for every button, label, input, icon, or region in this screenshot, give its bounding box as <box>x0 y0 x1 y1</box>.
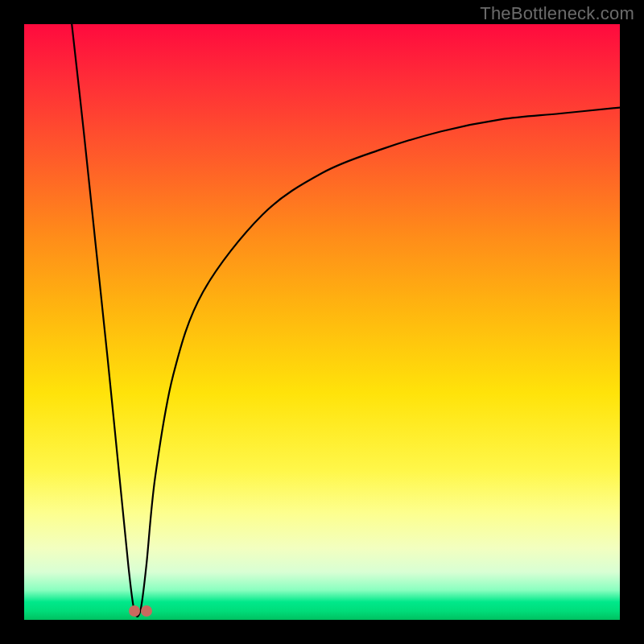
watermark-text: TheBottleneck.com <box>480 3 634 24</box>
trough-marker-left <box>129 605 140 617</box>
bottleneck-curve <box>24 24 620 620</box>
plot-area <box>24 24 620 620</box>
chart-frame: TheBottleneck.com <box>0 0 644 644</box>
trough-marker-right <box>141 605 152 617</box>
